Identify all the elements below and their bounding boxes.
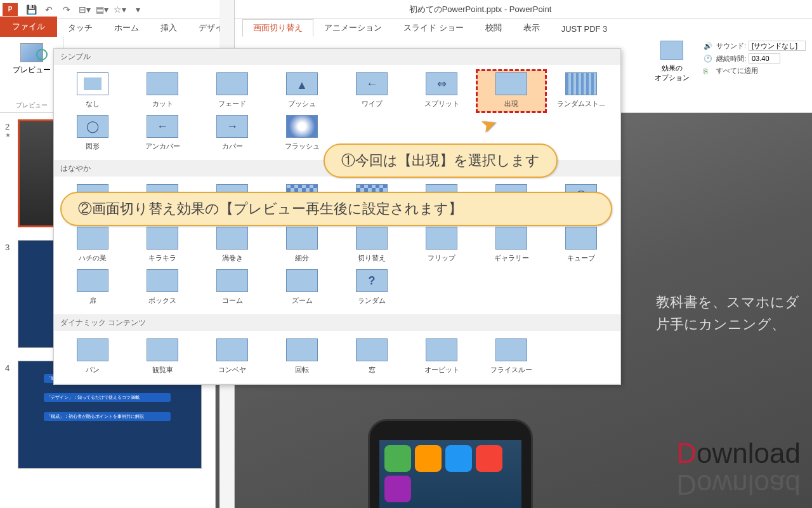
tab-transitions[interactable]: 画面切り替え <box>242 19 313 37</box>
transition-カット[interactable]: カット <box>128 70 197 112</box>
apply-all-icon: ⎘ <box>704 67 714 75</box>
window-title: 初めてのPowerPoint.pptx - PowerPoint <box>148 4 812 15</box>
favorite-icon[interactable]: ☆▾ <box>113 3 127 17</box>
transition-コーム[interactable]: コーム <box>197 267 267 309</box>
transition-icon <box>77 269 108 292</box>
transition-label: アンカバー <box>145 142 180 151</box>
thumb-number: 2 <box>5 119 18 131</box>
transition-indicator-icon: ★ <box>5 131 18 138</box>
transition-ボックス[interactable]: ボックス <box>128 267 197 309</box>
transition-プッシュ[interactable]: プッシュ <box>267 70 337 112</box>
transition-スプリット[interactable]: スプリット <box>407 70 476 112</box>
titlebar: P 💾 ↶ ↷ ⊟▾ ▤▾ ☆▾ ▾ 初めてのPowerPoint.pptx -… <box>0 0 812 19</box>
transition-カバー[interactable]: カバー <box>197 112 267 155</box>
quick-access-toolbar: 💾 ↶ ↷ ⊟▾ ▤▾ ☆▾ ▾ <box>20 3 148 17</box>
transition-ランダムスト...[interactable]: ランダムスト... <box>546 70 616 112</box>
transition-icon <box>77 115 108 138</box>
duration-input[interactable] <box>749 53 780 64</box>
transition-渦巻き[interactable]: 渦巻き <box>197 224 267 267</box>
transition-図形[interactable]: 図形 <box>58 112 128 155</box>
gallery-section-dynamic: ダイナミック コンテンツ <box>54 315 620 331</box>
transition-扉[interactable]: 扉 <box>58 267 128 309</box>
transition-フラッシュ[interactable]: フラッシュ <box>267 112 337 155</box>
transition-ギャラリー[interactable]: ギャラリー <box>476 224 546 267</box>
transition-フライスルー[interactable]: フライスルー <box>476 336 546 378</box>
preview-group-label: プレビュー <box>5 100 58 111</box>
tab-insert[interactable]: 挿入 <box>150 19 188 37</box>
duration-label: 継続時間: <box>716 54 746 64</box>
redo-icon[interactable]: ↷ <box>60 3 74 17</box>
transition-icon <box>356 269 388 292</box>
qat-customize-icon[interactable]: ▾ <box>131 3 145 17</box>
preview-icon <box>20 43 43 62</box>
transition-アンカバー[interactable]: アンカバー <box>128 112 197 155</box>
transition-icon <box>495 227 527 250</box>
apply-all-button[interactable]: すべてに適用 <box>716 66 758 76</box>
timing-panel: 🔊 サウンド: 🕐 継続時間: ⎘ すべてに適用 <box>697 37 812 112</box>
phone-graphic <box>368 419 533 508</box>
transition-label: パン <box>86 365 100 375</box>
start-slideshow-icon[interactable]: ▤▾ <box>95 3 109 17</box>
transition-ズーム[interactable]: ズーム <box>267 267 337 309</box>
transition-icon <box>286 227 318 250</box>
transition-label: フラッシュ <box>285 142 320 151</box>
transition-icon <box>356 227 388 250</box>
transition-細分[interactable]: 細分 <box>267 224 337 267</box>
transition-icon <box>495 72 527 95</box>
transition-label: なし <box>86 99 100 109</box>
transition-label: 切り替え <box>358 253 386 263</box>
transition-パン[interactable]: パン <box>58 336 128 378</box>
transition-観覧車[interactable]: 観覧車 <box>128 336 197 378</box>
transition-オービット[interactable]: オービット <box>407 336 476 378</box>
transition-label: ズーム <box>292 296 313 305</box>
tab-view[interactable]: 表示 <box>513 19 551 37</box>
tab-file[interactable]: ファイル <box>0 17 57 37</box>
transition-なし[interactable]: なし <box>58 70 128 112</box>
transition-キラキラ[interactable]: キラキラ <box>128 224 197 267</box>
transition-コンベヤ[interactable]: コンベヤ <box>197 336 267 378</box>
transition-回転[interactable]: 回転 <box>267 336 337 378</box>
slide-body-text: 教科書を、スマホにダ 片手にカンニング、 <box>656 291 799 335</box>
transition-キューブ[interactable]: キューブ <box>546 224 616 267</box>
effect-options-label: 効果の オプション <box>655 64 690 83</box>
transition-icon <box>77 338 108 361</box>
ribbon-right: 効果の オプション 🔊 サウンド: 🕐 継続時間: ⎘ すべてに適用 <box>647 37 812 112</box>
tab-review[interactable]: 校閲 <box>475 19 513 37</box>
transition-icon <box>147 72 178 95</box>
transition-icon <box>147 227 178 250</box>
tab-slideshow[interactable]: スライド ショー <box>393 19 475 37</box>
transition-ランダム[interactable]: ランダム <box>337 267 407 309</box>
transition-label: キラキラ <box>148 253 176 263</box>
tab-touch[interactable]: タッチ <box>57 19 103 37</box>
transition-label: フライスルー <box>490 365 532 375</box>
transition-出現[interactable]: 出現 <box>476 70 546 112</box>
transition-icon <box>565 72 597 95</box>
transition-label: ランダムスト... <box>557 99 605 109</box>
transition-icon <box>356 338 388 361</box>
transition-icon <box>356 72 388 95</box>
tab-justpdf[interactable]: JUST PDF 3 <box>551 21 619 37</box>
transition-label: キューブ <box>567 253 595 263</box>
effect-options-button[interactable]: 効果の オプション <box>647 37 697 112</box>
transition-ワイプ[interactable]: ワイプ <box>337 70 407 112</box>
preview-button[interactable]: プレビュー <box>5 39 58 79</box>
sound-select[interactable] <box>749 41 806 51</box>
transition-窓[interactable]: 窓 <box>337 336 407 378</box>
save-icon[interactable]: 💾 <box>24 3 38 17</box>
undo-icon[interactable]: ↶ <box>42 3 56 17</box>
transition-icon <box>286 269 318 292</box>
transition-フリップ[interactable]: フリップ <box>407 224 476 267</box>
tab-home[interactable]: ホーム <box>103 19 150 37</box>
transition-ハチの巣[interactable]: ハチの巣 <box>58 224 128 267</box>
callout-1: ①今回は【出現】を選択します <box>324 144 558 178</box>
transition-切り替え[interactable]: 切り替え <box>337 224 407 267</box>
touch-mode-icon[interactable]: ⊟▾ <box>77 3 91 17</box>
transition-フェード[interactable]: フェード <box>197 70 267 112</box>
transition-icon <box>147 338 178 361</box>
tab-animations[interactable]: アニメーション <box>313 19 393 37</box>
transition-icon <box>216 269 248 292</box>
transition-icon <box>426 227 457 250</box>
transition-icon <box>426 72 457 95</box>
transition-label: ギャラリー <box>494 253 529 263</box>
callout-2: ②画面切り替え効果の【プレビュー再生後に設定されます】 <box>60 192 612 226</box>
